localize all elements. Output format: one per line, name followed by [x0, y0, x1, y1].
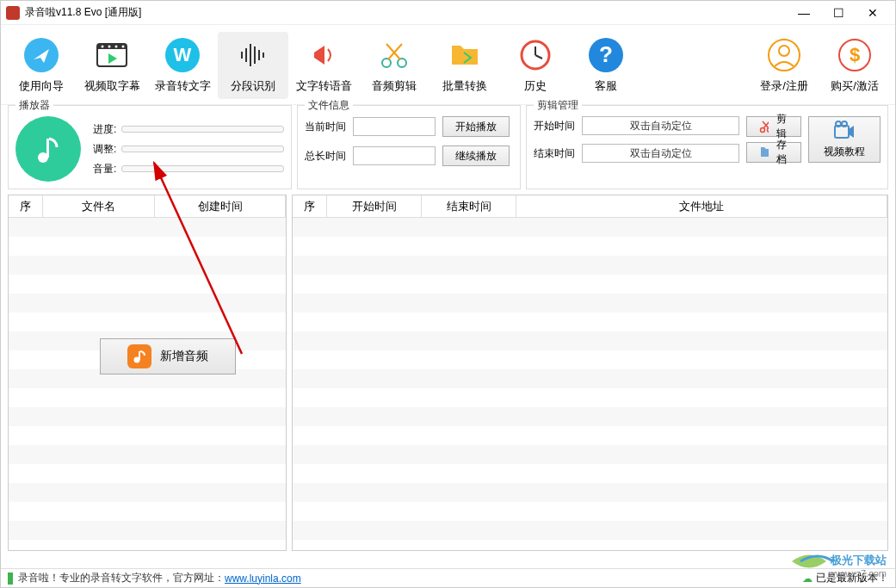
close-button[interactable]: ✕	[856, 1, 890, 25]
table-head: 序 文件名 创建时间	[9, 195, 286, 218]
music-note-icon	[15, 116, 81, 182]
col-seq[interactable]: 序	[293, 195, 327, 217]
svg-point-3	[102, 46, 104, 48]
titlebar: 录音啦v11.8 Evo [通用版] — ☐ ✕	[1, 1, 895, 25]
question-icon: ?	[588, 37, 624, 73]
col-created[interactable]: 创建时间	[155, 195, 286, 217]
dollar-icon: $	[837, 37, 873, 73]
fileinfo-legend: 文件信息	[305, 98, 353, 113]
tool-audio-to-text[interactable]: W 录音转文字	[147, 32, 218, 99]
tool-text-to-speech[interactable]: 文字转语音	[288, 32, 359, 99]
megaphone-icon	[306, 37, 342, 73]
scissors-small-icon	[759, 120, 769, 133]
fileinfo-panel: 文件信息 当前时间 开始播放 总长时间 继续播放	[297, 105, 521, 189]
progress-slider[interactable]	[121, 126, 284, 133]
current-time-label: 当前时间	[305, 120, 346, 134]
archive-button-label: 存档	[774, 138, 788, 167]
tables-row: 序 文件名 创建时间 新增音频 序 开始时间 结束时间 文件地址	[1, 195, 895, 558]
edit-panel: 剪辑管理 开始时间 双击自动定位 结束时间 双击自动定位 剪辑 存档 视频教程	[526, 105, 888, 189]
end-time-input[interactable]: 双击自动定位	[582, 144, 739, 163]
tool-history[interactable]: 历史	[500, 32, 571, 99]
window-title: 录音啦v11.8 Evo [通用版]	[25, 5, 787, 20]
col-end[interactable]: 结束时间	[422, 195, 516, 217]
tool-guide[interactable]: 使用向导	[6, 32, 77, 99]
end-time-label: 结束时间	[534, 146, 575, 161]
svg-line-33	[763, 121, 769, 128]
svg-point-6	[122, 46, 125, 48]
tool-label: 文字转语音	[296, 78, 352, 94]
edit-legend: 剪辑管理	[534, 98, 582, 113]
start-time-label: 开始时间	[534, 119, 575, 133]
tool-label: 音频剪辑	[372, 78, 417, 94]
add-audio-button[interactable]: 新增音频	[100, 338, 236, 374]
svg-rect-29	[46, 139, 49, 158]
statusbar: 录音啦！专业的录音转文字软件，官方网址： www.luyinla.com ☁ 已…	[1, 568, 895, 587]
tool-label: 购买/激活	[831, 78, 879, 94]
continue-button[interactable]: 继续播放	[442, 145, 510, 166]
tool-label: 使用向导	[19, 78, 64, 94]
tool-buy[interactable]: $ 购买/激活	[819, 32, 890, 99]
player-panel: 播放器 进度: 调整: 音量:	[8, 105, 292, 189]
svg-point-4	[108, 46, 111, 48]
total-time-input[interactable]	[353, 146, 436, 165]
col-filename[interactable]: 文件名	[43, 195, 155, 217]
svg-point-36	[842, 121, 847, 127]
tool-label: 视频取字幕	[84, 78, 140, 94]
tool-label: 批量转换	[442, 78, 487, 94]
file-list-table: 序 文件名 创建时间 新增音频	[8, 195, 287, 551]
waveform-icon	[235, 37, 271, 73]
start-time-input[interactable]: 双击自动定位	[582, 116, 739, 135]
official-url-link[interactable]: www.luyinla.com	[225, 573, 301, 585]
svg-text:$: $	[850, 44, 860, 65]
cloud-icon: ☁	[802, 573, 813, 585]
col-seq[interactable]: 序	[9, 195, 43, 217]
col-start[interactable]: 开始时间	[327, 195, 422, 217]
tool-label: 录音转文字	[155, 78, 211, 94]
tool-label: 登录/注册	[760, 78, 808, 94]
player-legend: 播放器	[15, 98, 53, 113]
film-icon	[94, 37, 130, 73]
maximize-button[interactable]: ☐	[821, 1, 856, 25]
version-status: 已是最新版本！	[816, 571, 888, 585]
svg-rect-34	[835, 126, 849, 138]
cut-button-label: 剪辑	[774, 112, 788, 141]
segment-body[interactable]	[293, 218, 887, 550]
svg-point-35	[836, 121, 841, 127]
tutorial-label: 视频教程	[824, 145, 865, 159]
table-head: 序 开始时间 结束时间 文件地址	[293, 195, 887, 218]
paper-plane-icon	[23, 37, 59, 73]
clock-icon	[517, 37, 553, 73]
svg-point-5	[115, 46, 118, 48]
svg-line-21	[535, 55, 542, 59]
volume-label: 音量:	[93, 162, 116, 176]
video-tutorial-button[interactable]: 视频教程	[808, 116, 881, 163]
col-path[interactable]: 文件地址	[516, 195, 887, 217]
camera-icon	[833, 121, 856, 143]
status-indicator-icon	[8, 573, 13, 585]
cut-button[interactable]: 剪辑	[746, 116, 801, 137]
tool-service[interactable]: ? 客服	[571, 32, 641, 99]
archive-button[interactable]: 存档	[746, 142, 801, 163]
add-audio-label: 新增音频	[160, 349, 208, 364]
volume-slider[interactable]	[121, 165, 284, 172]
tool-segment-recognition[interactable]: 分段识别	[218, 32, 288, 99]
tool-login[interactable]: 登录/注册	[749, 32, 819, 99]
tool-label: 分段识别	[231, 78, 275, 94]
current-time-input[interactable]	[353, 117, 436, 136]
tool-video-subtitle[interactable]: 视频取字幕	[77, 32, 147, 99]
speed-slider[interactable]	[121, 145, 284, 152]
progress-label: 进度:	[93, 122, 116, 137]
tool-batch-convert[interactable]: 批量转换	[429, 32, 500, 99]
svg-point-15	[382, 59, 391, 67]
minimize-button[interactable]: —	[787, 1, 821, 25]
file-list-body[interactable]: 新增音频	[9, 218, 286, 550]
tool-label: 客服	[595, 78, 617, 94]
svg-text:?: ?	[599, 41, 613, 67]
folder-arrow-icon	[447, 37, 483, 73]
play-button[interactable]: 开始播放	[442, 116, 510, 137]
svg-rect-38	[139, 351, 140, 360]
w-circle-icon: W	[164, 37, 201, 73]
tool-audio-clip[interactable]: 音频剪辑	[359, 32, 429, 99]
scissors-icon	[376, 37, 412, 73]
svg-line-18	[386, 44, 400, 59]
